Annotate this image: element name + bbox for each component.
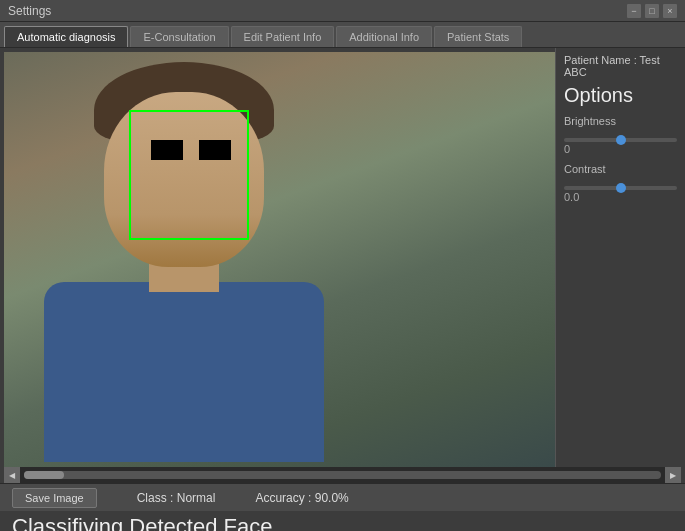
- contrast-label: Contrast: [564, 163, 677, 175]
- eye-right-redaction: [199, 140, 231, 160]
- person-body: [44, 282, 324, 462]
- minimize-button[interactable]: −: [627, 4, 641, 18]
- patient-name: Patient Name : Test ABC: [564, 54, 677, 78]
- tab-bar: Automatic diagnosis E-Consultation Edit …: [0, 22, 685, 48]
- save-image-button[interactable]: Save Image: [12, 488, 97, 508]
- tab-additional-info[interactable]: Additional Info: [336, 26, 432, 47]
- bottom-bar: Save Image Class : Normal Accuracy : 90.…: [0, 483, 685, 511]
- accuracy-label: Accuracy : 90.0%: [255, 491, 348, 505]
- eye-left-redaction: [151, 140, 183, 160]
- face-detection-box: [129, 110, 249, 240]
- tab-patient-stats[interactable]: Patient Stats: [434, 26, 522, 47]
- brightness-slider-container: [564, 131, 677, 137]
- camera-feed: [4, 52, 555, 467]
- tab-e-consultation[interactable]: E-Consultation: [130, 26, 228, 47]
- close-button[interactable]: ×: [663, 4, 677, 18]
- scroll-thumb: [24, 471, 64, 479]
- window-controls: − □ ×: [627, 4, 677, 18]
- scroll-container: ◀ ▶: [4, 467, 681, 483]
- footer-title-area: Classifiying Detected Face: [0, 511, 685, 531]
- options-sidebar: Patient Name : Test ABC Options Brightne…: [555, 48, 685, 467]
- title-bar: Settings − □ ×: [0, 0, 685, 22]
- scroll-bar[interactable]: [24, 471, 661, 479]
- options-title: Options: [564, 84, 677, 107]
- brightness-slider[interactable]: [564, 138, 677, 142]
- tab-automatic-diagnosis[interactable]: Automatic diagnosis: [4, 26, 128, 47]
- scroll-left-button[interactable]: ◀: [4, 467, 20, 483]
- window-title: Settings: [8, 4, 51, 18]
- contrast-slider-track[interactable]: [564, 179, 677, 185]
- contrast-slider-container: [564, 179, 677, 185]
- brightness-label: Brightness: [564, 115, 677, 127]
- main-content: Patient Name : Test ABC Options Brightne…: [0, 48, 685, 467]
- contrast-slider[interactable]: [564, 186, 677, 190]
- class-label: Class : Normal: [137, 491, 216, 505]
- footer-title: Classifiying Detected Face: [12, 514, 272, 531]
- restore-button[interactable]: □: [645, 4, 659, 18]
- tab-edit-patient-info[interactable]: Edit Patient Info: [231, 26, 335, 47]
- scroll-right-button[interactable]: ▶: [665, 467, 681, 483]
- camera-feed-area: [4, 52, 555, 467]
- brightness-slider-track[interactable]: [564, 131, 677, 137]
